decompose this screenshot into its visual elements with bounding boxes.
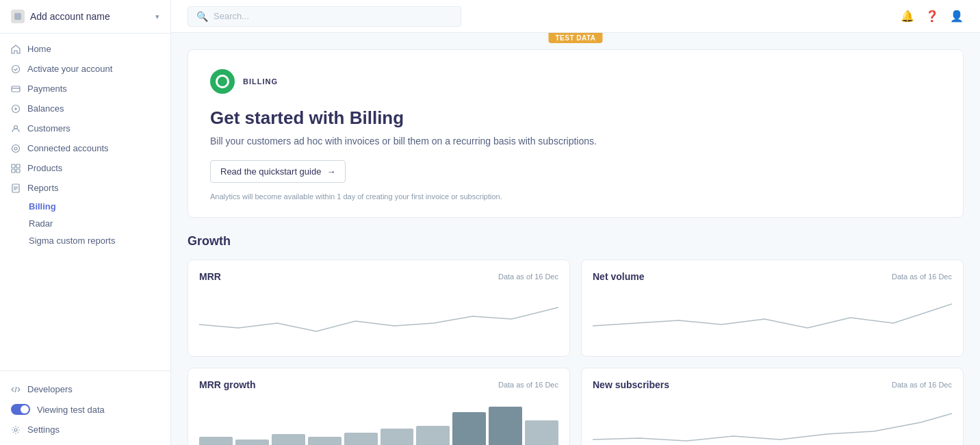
net-volume-chart-area [593,290,952,345]
sidebar-item-balances-label: Balances [27,103,64,114]
sidebar-item-connected-label: Connected accounts [27,143,109,153]
bar-3 [272,434,305,445]
bar-2 [235,440,269,445]
mrr-chart-title: MRR [199,271,221,282]
net-volume-chart-title: Net volume [593,271,644,282]
sidebar-item-test-data[interactable]: Viewing test data [0,399,170,420]
mrr-growth-chart-area [199,398,558,445]
bar-10 [525,420,558,445]
sidebar-item-payments-label: Payments [27,84,67,94]
sidebar-item-reports-label: Reports [27,183,59,193]
sidebar-item-customers-label: Customers [27,123,70,134]
sidebar-item-developers-label: Developers [27,384,73,394]
mrr-chart: MRR Data as of 16 Dec .cl{fill:none;stro… [188,259,570,357]
growth-title: Growth [188,234,964,249]
test-data-toggle[interactable] [11,404,30,415]
svg-rect-8 [16,164,20,168]
mrr-chart-area: .cl{fill:none;stroke:#b0bec5;stroke-widt… [199,290,558,345]
billing-title: Get started with Billing [210,107,941,129]
topbar: 🔍 🔔 ❓ 👤 [171,0,980,33]
activate-icon [11,64,21,74]
sidebar-item-activate[interactable]: Activate your account [0,59,170,79]
home-icon [11,44,21,54]
sidebar: Add account name ▾ Home Activate your ac… [0,0,171,445]
svg-point-6 [14,147,17,150]
new-subscribers-chart-date: Data as of 16 Dec [892,381,952,389]
user-icon[interactable]: 👤 [950,10,964,23]
sidebar-item-billing-label: Billing [29,201,56,212]
sidebar-item-balances[interactable]: Balances [0,99,170,118]
svg-rect-10 [16,169,20,173]
sidebar-item-activate-label: Activate your account [27,64,112,74]
bell-icon[interactable]: 🔔 [901,10,914,23]
new-subscribers-chart: New subscribers Data as of 16 Dec [581,368,964,445]
connected-icon [11,144,21,153]
svg-point-12 [14,429,17,431]
charts-grid: MRR Data as of 16 Dec .cl{fill:none;stro… [188,259,964,445]
mrr-growth-chart: MRR growth Data as of 16 Dec [188,368,570,445]
sidebar-item-settings[interactable]: Settings [0,420,170,440]
sidebar-item-products[interactable]: Products [0,158,170,178]
help-icon[interactable]: ❓ [925,10,939,23]
sidebar-item-billing[interactable]: Billing [0,198,170,215]
net-volume-chart-date: Data as of 16 Dec [892,272,952,281]
sidebar-item-radar-label: Radar [29,218,53,229]
billing-tag: BILLING [243,77,278,86]
sidebar-item-developers[interactable]: Developers [0,379,170,399]
mrr-growth-chart-date: Data as of 16 Dec [498,381,558,389]
net-volume-chart-header: Net volume Data as of 16 Dec [593,271,952,282]
test-data-banner: TEST DATA [548,33,602,43]
account-name: Add account name [30,11,150,22]
billing-description: Bill your customers ad hoc with invoices… [210,136,941,147]
billing-note: Analytics will become available within 1… [210,192,941,201]
main-area: 🔍 🔔 ❓ 👤 TEST DATA BILLING Get started wi… [171,0,980,445]
products-icon [11,164,21,173]
sidebar-item-sigma[interactable]: Sigma custom reports [0,232,170,249]
mrr-growth-chart-title: MRR growth [199,379,255,390]
bar-4 [308,437,341,445]
content-area: TEST DATA BILLING Get started with Billi… [171,33,980,445]
svg-rect-2 [12,86,20,92]
net-volume-chart: Net volume Data as of 16 Dec [581,259,964,357]
sidebar-item-sigma-label: Sigma custom reports [29,236,115,246]
bar-8 [452,412,486,445]
svg-rect-9 [12,169,15,173]
payments-icon [11,84,21,94]
sidebar-item-home[interactable]: Home [0,39,170,59]
sidebar-item-customers[interactable]: Customers [0,118,170,138]
settings-icon [11,425,21,435]
developers-icon [11,385,21,394]
sidebar-item-products-label: Products [27,163,62,173]
chevron-down-icon: ▾ [155,12,159,21]
bar-1 [199,437,233,445]
bar-9 [489,407,522,445]
sidebar-item-reports[interactable]: Reports [0,178,170,198]
quickstart-button[interactable]: Read the quickstart guide → [210,160,346,183]
topbar-actions: 🔔 ❓ 👤 [901,10,964,23]
sidebar-divider [0,370,170,371]
account-icon [11,10,25,23]
customers-icon [11,124,21,134]
svg-point-1 [12,65,20,73]
mrr-chart-date: Data as of 16 Dec [498,272,558,281]
search-input[interactable] [214,11,452,21]
billing-header: BILLING [210,69,941,94]
sidebar-item-test-data-label: Viewing test data [37,405,105,415]
billing-logo-inner [216,75,229,88]
sidebar-item-payments[interactable]: Payments [0,79,170,99]
search-icon: 🔍 [196,11,208,22]
svg-rect-0 [14,13,21,20]
balances-icon [11,104,21,114]
sidebar-item-radar[interactable]: Radar [0,215,170,232]
nav-main: Home Activate your account Payments Bala… [0,34,170,255]
new-subscribers-chart-title: New subscribers [593,379,669,390]
sidebar-item-connected[interactable]: Connected accounts [0,138,170,158]
bar-5 [344,433,378,445]
bar-7 [416,426,450,445]
svg-rect-7 [12,164,15,168]
billing-logo [210,69,235,94]
nav-bottom: Developers Viewing test data Settings [0,374,170,445]
account-header[interactable]: Add account name ▾ [0,0,170,34]
billing-card: BILLING Get started with Billing Bill yo… [188,49,964,218]
search-wrapper[interactable]: 🔍 [188,6,461,27]
